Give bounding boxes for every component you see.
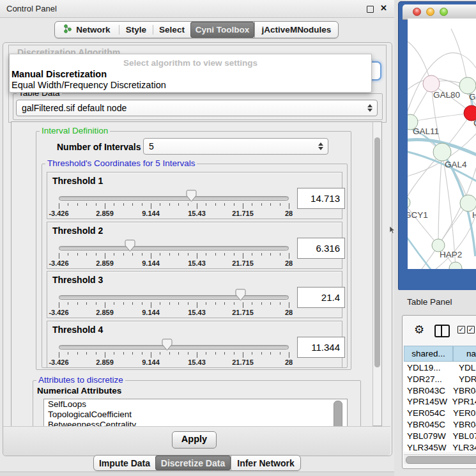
tab-network[interactable]: Network [55,22,119,38]
numerical-attributes-list[interactable]: SelfLoopsTopologicalCoefficientBetweenne… [43,399,348,427]
close-traffic-light-icon[interactable] [413,8,421,16]
bottom-tabbar: Impute Data Discretize Data Infer Networ… [93,455,301,471]
tab-style[interactable]: Style [119,22,153,38]
threshold-slider-thumb[interactable] [235,289,246,301]
network-node-label: GA [469,92,476,102]
cell-shared-name[interactable]: YBR045C [404,419,450,431]
threshold-slider-track[interactable] [59,246,289,250]
slider-tick-labels: -3.4262.8599.14415.4321.71528 [59,309,289,316]
tab-impute-data[interactable]: Impute Data [94,456,155,470]
slider-tick-labels: -3.4262.8599.14415.4321.71528 [59,210,289,217]
combobox-arrows-icon [367,104,372,112]
network-canvas[interactable]: GAL80GACGAL11GAL4GCY1HHAP2 [408,19,476,269]
network-node-label: GAL4 [445,160,467,169]
table-row[interactable]: YER054CYER054C [404,408,476,419]
threshold-value-field[interactable]: 21.4 [297,287,345,308]
cell-name[interactable]: YLR345W [450,442,476,452]
cell-name[interactable]: YBR043C [450,385,476,397]
table-panel-region: Table Panel ⚙ ✓ ✓ shared... na YDL19...Y… [394,290,476,476]
zoom-traffic-light-icon[interactable] [440,8,448,16]
cell-name[interactable]: YER054C [450,408,476,419]
cell-name[interactable]: YPR145W [450,396,476,408]
column-header-name[interactable]: na [453,346,476,362]
threshold-slider-track[interactable] [59,196,289,201]
split-columns-icon[interactable] [434,325,450,337]
network-node-green[interactable] [408,196,410,209]
top-tabbar: Network Style Select Cyni Toolbox jActiv… [54,21,339,38]
table-row[interactable]: YLR345WYLR345W [404,442,476,452]
threshold-label: Threshold 4 [52,325,103,335]
cell-shared-name[interactable]: YLR345W [404,442,450,452]
checkbox-icon[interactable]: ✓ [457,326,465,334]
threshold-value-field[interactable]: 14.713 [297,188,345,209]
screen: Control Panel ✕ Network Style [0,0,476,476]
network-node-green[interactable] [449,262,462,269]
settings-scrollbar-track[interactable] [372,121,382,426]
attributes-group-title: Attributes to discretize [36,375,125,385]
cell-name[interactable]: YDL19 [456,362,476,374]
cell-name[interactable]: YDR27 [456,374,476,385]
threshold-slider-track[interactable] [59,345,289,349]
table-row[interactable]: YPR145WYPR145W [404,396,476,408]
table-row[interactable]: YDR27...YDR27 [404,374,476,385]
algorithm-dropdown-popup: Select algorithm to view settings Manual… [9,54,372,93]
cell-name[interactable]: YBL079W [450,431,476,442]
minimize-traffic-light-icon[interactable] [426,8,434,16]
control-panel-window: Control Panel ✕ Network Style [0,0,395,472]
combobox-arrows-icon [318,142,323,150]
tab-style-label: Style [126,25,146,35]
attribute-item[interactable]: SelfLoops [44,399,347,410]
table-row[interactable]: YDL19...YDL19 [404,362,476,374]
close-icon[interactable]: ✕ [380,3,387,13]
threshold-value-field[interactable]: 11.344 [297,337,345,358]
cell-shared-name[interactable]: YPR145W [404,396,450,408]
algorithm-option-equal-width[interactable]: Equal Width/Frequency Discretization [12,80,166,90]
attribute-item[interactable]: TopologicalCoefficient [44,410,347,420]
algorithm-option-manual[interactable]: Manual Discretization [12,69,107,79]
tab-cyni-toolbox[interactable]: Cyni Toolbox [190,22,254,38]
cell-shared-name[interactable]: YBL079W [404,431,450,442]
column-header-shared-name[interactable]: shared... [404,346,453,362]
threshold-slider-thumb[interactable] [186,190,197,202]
settings-viewport: Interval Definition Number of Intervals … [11,121,373,427]
apply-button[interactable]: Apply [172,431,217,449]
tab-discretize-data-label: Discretize Data [161,458,225,468]
node-table: ⚙ ✓ ✓ shared... na YDL19...YDL19YDR27...… [402,315,476,469]
attributes-list-scrollbar[interactable] [334,401,342,427]
slider-tick-marks [59,302,289,309]
cell-shared-name[interactable]: YER054C [404,408,450,419]
cell-shared-name[interactable]: YDL19... [404,362,456,374]
attributes-group: Attributes to discretize Numerical Attri… [33,380,361,427]
table-hscrollbar-thumb[interactable] [406,456,476,464]
table-row[interactable]: YBR043CYBR043C [404,385,476,397]
tab-select[interactable]: Select [153,22,190,38]
cell-shared-name[interactable]: YBR043C [404,385,450,397]
threshold-slider-thumb[interactable] [162,339,173,351]
tab-jactivemnodules-label: jActiveMNodules [262,25,332,35]
network-node-label: H [472,210,476,220]
table-row[interactable]: YBL079WYBL079W [404,431,476,442]
network-node-green[interactable] [460,195,476,211]
thresholds-group: Threshold's Coordinates for 5 Intervals … [42,164,348,368]
table-row[interactable]: YBR045CYBR045C [404,419,476,431]
threshold-slider-thumb[interactable] [125,240,135,252]
cell-shared-name[interactable]: YDR27... [404,374,456,385]
tab-discretize-data[interactable]: Discretize Data [155,456,231,470]
cell-name[interactable]: YBR045C [450,419,476,431]
checkbox-icon[interactable]: ✓ [467,326,475,334]
threshold-value-field[interactable]: 6.316 [297,238,345,259]
table-data-combobox[interactable]: galFiltered.sif default node [16,100,378,116]
settings-scrollbar-thumb[interactable] [374,137,380,367]
table-hscrollbar-track[interactable] [404,454,476,464]
network-view-window: GAL80GACGAL11GAL4GCY1HHAP2 [398,1,476,291]
threshold-slider-track[interactable] [59,295,289,300]
threshold-label: Threshold 3 [52,275,103,285]
float-window-icon[interactable] [367,6,374,13]
num-intervals-combobox[interactable]: 5 [143,138,328,155]
gear-icon[interactable]: ⚙ [414,323,424,337]
threshold-label: Threshold 2 [52,226,103,236]
tab-jactivemnodules[interactable]: jActiveMNodules [254,22,338,38]
network-node-green[interactable] [433,143,451,161]
tab-infer-network-label: Infer Network [237,458,294,468]
tab-infer-network[interactable]: Infer Network [231,456,300,470]
